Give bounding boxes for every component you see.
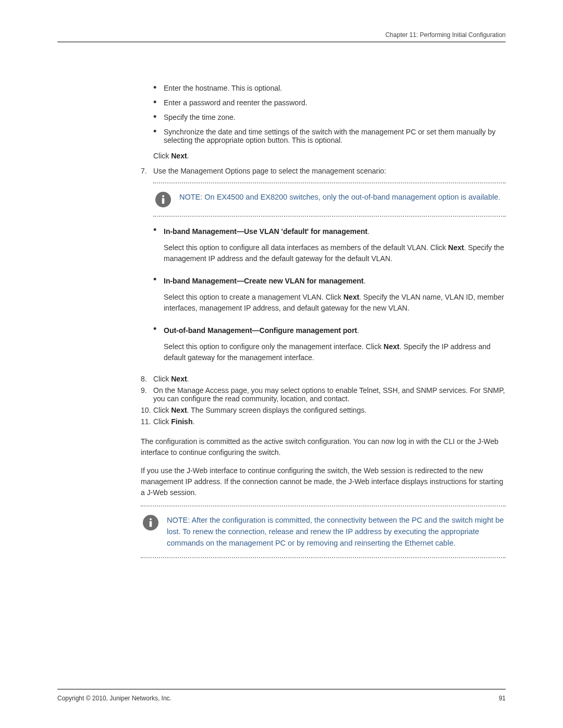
page-footer: Copyright © 2010, Juniper Networks, Inc.… bbox=[57, 689, 506, 702]
bullet-icon: • bbox=[153, 276, 164, 319]
step-text: Use the Management Options page to selec… bbox=[153, 167, 506, 175]
bullet-icon: • bbox=[153, 113, 164, 121]
step-text: Click Finish. bbox=[153, 417, 506, 426]
bullet-icon: • bbox=[153, 128, 164, 144]
step-text: Click Next. bbox=[153, 375, 506, 383]
body-paragraph: If you use the J-Web interface to contin… bbox=[141, 465, 506, 498]
copyright-text: Copyright © 2010, Juniper Networks, Inc. bbox=[57, 695, 172, 702]
click-next-text: Click Next. bbox=[153, 151, 506, 162]
list-text: Specify the time zone. bbox=[164, 113, 506, 121]
svg-point-0 bbox=[162, 195, 164, 198]
info-icon bbox=[143, 515, 158, 530]
list-text: Enter the hostname. This is optional. bbox=[164, 84, 506, 92]
page: Chapter 11: Performing Initial Configura… bbox=[0, 0, 563, 728]
body-paragraph: The configuration is committed as the ac… bbox=[141, 436, 506, 458]
svg-rect-1 bbox=[162, 198, 164, 204]
step-text: Click Next. The Summary screen displays … bbox=[153, 406, 506, 414]
note-box: NOTE: After the configuration is committ… bbox=[141, 505, 506, 558]
svg-point-2 bbox=[150, 519, 152, 521]
list-item: • Enter the hostname. This is optional. bbox=[153, 84, 506, 92]
bullet-icon: • bbox=[153, 84, 164, 92]
page-content: • Enter the hostname. This is optional. … bbox=[141, 84, 506, 558]
list-text: Enter a password and reenter the passwor… bbox=[164, 98, 506, 107]
step-number: 9. bbox=[141, 386, 153, 403]
option-desc: Select this option to configure all data… bbox=[164, 242, 506, 264]
list-text: Synchronize the date and time settings o… bbox=[164, 128, 506, 144]
list-item: • Synchronize the date and time settings… bbox=[153, 128, 506, 144]
bullet-icon: • bbox=[153, 98, 164, 107]
step-number: 7. bbox=[141, 167, 153, 175]
option-title: Out-of-band Management—Configure managem… bbox=[164, 325, 506, 336]
info-icon bbox=[155, 192, 171, 207]
option-desc: Select this option to create a managemen… bbox=[164, 292, 506, 314]
list-item: • Specify the time zone. bbox=[153, 113, 506, 121]
note-text: NOTE: After the configuration is committ… bbox=[167, 515, 506, 549]
step-text: On the Manage Access page, you may selec… bbox=[153, 386, 506, 403]
page-number: 91 bbox=[499, 695, 506, 702]
option-desc: Select this option to configure only the… bbox=[164, 341, 506, 363]
note-text: NOTE: On EX4500 and EX8200 switches, onl… bbox=[179, 192, 500, 203]
step-10: 10. Click Next. The Summary screen displ… bbox=[141, 406, 506, 414]
chapter-header: Chapter 11: Performing Initial Configura… bbox=[57, 31, 506, 42]
note-box: NOTE: On EX4500 and EX8200 switches, onl… bbox=[153, 182, 506, 217]
step-11: 11. Click Finish. bbox=[141, 417, 506, 426]
option-title: In-band Management—Create new VLAN for m… bbox=[164, 276, 506, 287]
step-number: 8. bbox=[141, 375, 153, 383]
step-7: 7. Use the Management Options page to se… bbox=[141, 167, 506, 175]
bullet-icon: • bbox=[153, 325, 164, 368]
step-number: 10. bbox=[141, 406, 153, 414]
list-item: • Enter a password and reenter the passw… bbox=[153, 98, 506, 107]
list-item: • Out-of-band Management—Configure manag… bbox=[153, 325, 506, 368]
step-8: 8. Click Next. bbox=[141, 375, 506, 383]
option-title: In-band Management—Use VLAN 'default' fo… bbox=[164, 226, 506, 237]
bullet-icon: • bbox=[153, 226, 164, 269]
step-9: 9. On the Manage Access page, you may se… bbox=[141, 386, 506, 403]
svg-rect-3 bbox=[150, 521, 152, 527]
step-number: 11. bbox=[141, 417, 153, 426]
list-item: • In-band Management—Use VLAN 'default' … bbox=[153, 226, 506, 269]
list-item: • In-band Management—Create new VLAN for… bbox=[153, 276, 506, 319]
